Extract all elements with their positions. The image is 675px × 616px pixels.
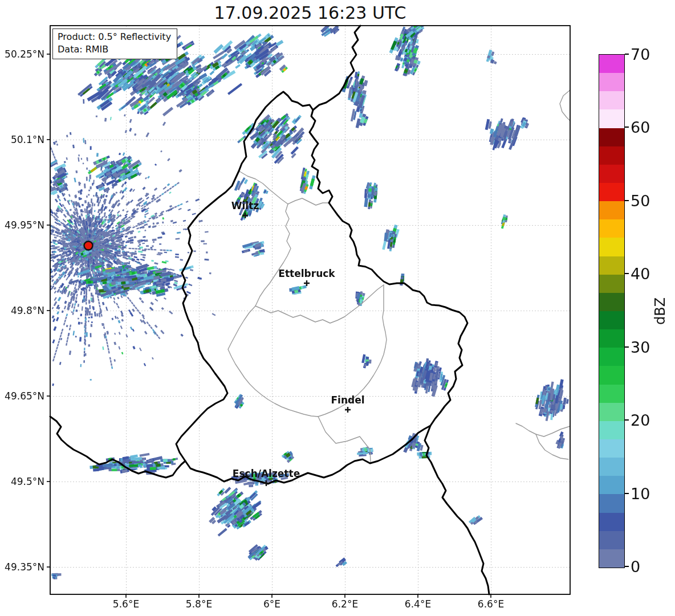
colorbar-segment-18 <box>599 219 624 238</box>
y-axis-label-1: 50.1°N <box>0 134 44 145</box>
colorbar-segment-5 <box>599 458 624 476</box>
product-info-box: Product: 0.5° Reflectivity Data: RMIB <box>52 28 177 59</box>
colorbar-segment-1 <box>599 531 624 549</box>
colorbar-tick-30 <box>625 346 629 348</box>
colorbar-tick-label-10: 10 <box>631 484 650 502</box>
x-axis-label-1: 5.8°E <box>186 598 212 610</box>
colorbar-segment-26 <box>599 73 624 92</box>
colorbar-segment-4 <box>599 476 624 495</box>
colorbar-segment-7 <box>599 421 624 439</box>
colorbar-segment-27 <box>599 55 624 74</box>
y-axis-label-5: 49.5°N <box>0 476 44 487</box>
colorbar-tick-label-40: 40 <box>631 265 650 283</box>
colorbar-segment-16 <box>599 256 624 275</box>
colorbar-tick-10 <box>625 493 629 494</box>
colorbar-segment-17 <box>599 238 624 256</box>
colorbar-tick-60 <box>625 127 629 128</box>
colorbar-segment-24 <box>599 109 624 128</box>
colorbar-tick-40 <box>625 273 629 274</box>
radar-echo-canvas <box>0 0 675 616</box>
colorbar-segment-25 <box>599 91 624 110</box>
colorbar-segment-6 <box>599 439 624 458</box>
radar-app-window: 17.09.2025 16:23 UTC <box>0 0 675 616</box>
colorbar-tick-label-70: 70 <box>631 46 650 63</box>
y-axis-label-2: 49.95°N <box>0 219 44 231</box>
colorbar-segment-2 <box>599 512 624 531</box>
colorbar-segment-21 <box>599 164 624 183</box>
city-label-wiltz: Wiltz <box>231 200 259 211</box>
y-axis-label-4: 49.65°N <box>0 390 44 402</box>
product-line: Product: 0.5° Reflectivity <box>58 31 171 43</box>
x-axis-label-2: 6°E <box>263 598 280 610</box>
colorbar-tick-label-50: 50 <box>631 191 650 209</box>
x-axis-label-3: 6.2°E <box>332 598 358 610</box>
colorbar-segment-8 <box>599 402 624 421</box>
colorbar-segment-12 <box>599 329 624 348</box>
colorbar-segment-14 <box>599 292 624 311</box>
colorbar-segment-0 <box>599 549 624 568</box>
city-label-esch-alzette: Esch/Alzette <box>233 468 300 479</box>
colorbar-unit-label: dBZ <box>652 297 668 325</box>
colorbar-tick-20 <box>625 419 629 421</box>
x-axis-label-4: 6.4°E <box>405 598 431 610</box>
colorbar-tick-label-30: 30 <box>631 338 650 356</box>
colorbar-segment-15 <box>599 274 624 293</box>
x-axis-label-0: 5.6°E <box>113 598 139 610</box>
colorbar-segment-11 <box>599 348 624 366</box>
colorbar-tick-0 <box>625 566 629 567</box>
colorbar-segment-22 <box>599 146 624 165</box>
x-axis-label-5: 6.6°E <box>478 598 504 610</box>
colorbar-segment-3 <box>599 494 624 513</box>
reflectivity-colorbar <box>599 54 625 568</box>
city-label-ettelbruck: Ettelbruck <box>278 268 335 279</box>
y-axis-label-6: 49.35°N <box>0 561 44 573</box>
data-source-line: Data: RMIB <box>58 43 171 56</box>
colorbar-segment-13 <box>599 311 624 330</box>
colorbar-segment-9 <box>599 384 624 403</box>
colorbar-tick-label-20: 20 <box>631 411 650 429</box>
colorbar-tick-50 <box>625 200 629 201</box>
colorbar-segment-23 <box>599 128 624 146</box>
colorbar-tick-label-60: 60 <box>631 119 650 136</box>
city-label-findel: Findel <box>331 394 364 406</box>
colorbar-segment-10 <box>599 366 624 385</box>
y-axis-label-0: 50.25°N <box>0 48 44 60</box>
y-axis-label-3: 49.8°N <box>0 305 44 316</box>
colorbar-segment-19 <box>599 201 624 220</box>
colorbar-segment-20 <box>599 183 624 202</box>
colorbar-tick-70 <box>625 54 629 55</box>
colorbar-tick-label-0: 0 <box>631 558 640 576</box>
